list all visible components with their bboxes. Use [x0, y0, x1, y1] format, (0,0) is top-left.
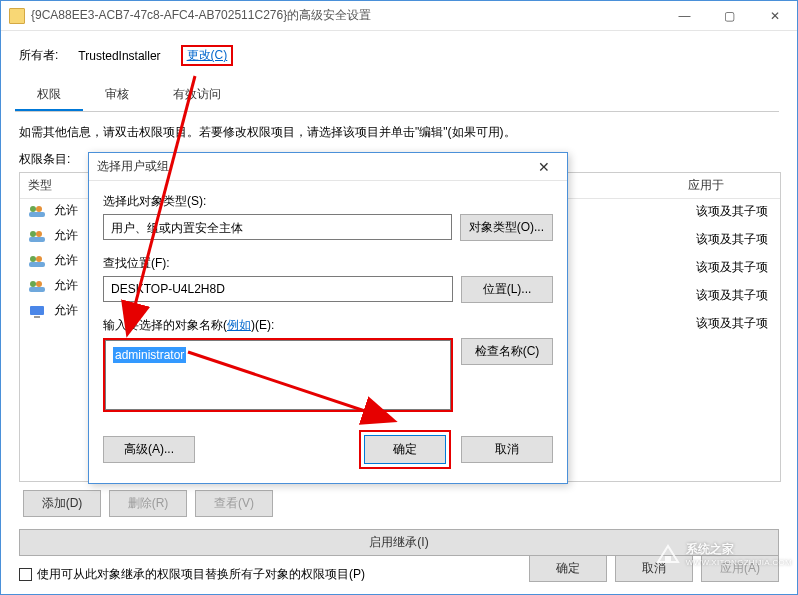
locations-button[interactable]: 位置(L)... [461, 276, 553, 303]
remove-button[interactable]: 删除(R) [109, 490, 187, 517]
window-title: {9CA88EE3-ACB7-47c8-AFC4-AB702511C276}的高… [31, 7, 662, 24]
dialog-cancel-button[interactable]: 取消 [461, 436, 553, 463]
svg-point-6 [30, 256, 36, 262]
object-types-button[interactable]: 对象类型(O)... [460, 214, 553, 241]
tab-audit[interactable]: 审核 [83, 80, 151, 111]
name-label-post: )(E): [251, 318, 274, 332]
view-button[interactable]: 查看(V) [195, 490, 273, 517]
owner-row: 所有者: TrustedInstaller 更改(C) [19, 45, 779, 66]
svg-point-4 [36, 231, 42, 237]
object-name-input[interactable]: administrator [105, 340, 451, 410]
row-type: 允许 [54, 227, 78, 244]
entry-buttons: 添加(D) 删除(R) 查看(V) [23, 490, 779, 517]
svg-rect-12 [30, 306, 44, 315]
object-type-input[interactable]: 用户、组或内置安全主体 [103, 214, 452, 240]
col-apply[interactable]: 应用于 [680, 173, 780, 198]
highlight-name-input: administrator [103, 338, 453, 412]
row-apply: 该项及其子项 [696, 226, 768, 254]
examples-link[interactable]: 例如 [227, 318, 251, 332]
minimize-button[interactable]: ― [662, 1, 707, 31]
object-type-label: 选择此对象类型(S): [103, 193, 553, 210]
dialog-title: 选择用户或组 [97, 158, 529, 175]
watermark: 系统之家 WWW.XITONGZHIJIA.COM [654, 541, 792, 567]
check-names-button[interactable]: 检查名称(C) [461, 338, 553, 365]
maximize-button[interactable]: ▢ [707, 1, 752, 31]
svg-point-9 [30, 281, 36, 287]
svg-rect-2 [29, 212, 45, 217]
row-apply: 该项及其子项 [696, 254, 768, 282]
location-input[interactable]: DESKTOP-U4L2H8D [103, 276, 453, 302]
dialog-body: 选择此对象类型(S): 用户、组或内置安全主体 对象类型(O)... 查找位置(… [89, 181, 567, 483]
users-icon [28, 204, 46, 218]
owner-value: TrustedInstaller [78, 49, 160, 63]
window-buttons: ― ▢ ✕ [662, 1, 797, 31]
row-apply: 该项及其子项 [696, 198, 768, 226]
watermark-logo-icon [654, 542, 682, 566]
hint-text: 如需其他信息，请双击权限项目。若要修改权限项目，请选择该项目并单击"编辑"(如果… [19, 124, 779, 141]
watermark-url: WWW.XITONGZHIJIA.COM [686, 558, 792, 567]
replace-children-checkbox[interactable] [19, 568, 32, 581]
dialog-titlebar: 选择用户或组 ✕ [89, 153, 567, 181]
dialog-ok-button[interactable]: 确定 [364, 435, 446, 464]
row-apply: 该项及其子项 [696, 282, 768, 310]
object-name-value: administrator [113, 347, 186, 363]
row-type: 允许 [54, 277, 78, 294]
svg-point-1 [36, 206, 42, 212]
object-type-row: 用户、组或内置安全主体 对象类型(O)... [103, 214, 553, 241]
row-apply: 该项及其子项 [696, 310, 768, 338]
object-name-label: 输入要选择的对象名称(例如)(E): [103, 317, 553, 334]
titlebar: {9CA88EE3-ACB7-47c8-AFC4-AB702511C276}的高… [1, 1, 797, 31]
location-row: DESKTOP-U4L2H8D 位置(L)... [103, 276, 553, 303]
close-button[interactable]: ✕ [752, 1, 797, 31]
tabs: 权限 审核 有效访问 [15, 80, 779, 112]
svg-point-7 [36, 256, 42, 262]
row-type: 允许 [54, 302, 78, 319]
svg-point-10 [36, 281, 42, 287]
watermark-text: 系统之家 WWW.XITONGZHIJIA.COM [686, 541, 792, 567]
monitor-icon [28, 304, 46, 318]
highlight-change-link: 更改(C) [181, 45, 234, 66]
change-owner-link[interactable]: 更改(C) [183, 46, 232, 64]
highlight-ok-button: 确定 [359, 430, 451, 469]
row-type: 允许 [54, 252, 78, 269]
svg-point-3 [30, 231, 36, 237]
svg-rect-8 [29, 262, 45, 267]
users-icon [28, 229, 46, 243]
folder-icon [9, 8, 25, 24]
svg-rect-11 [29, 287, 45, 292]
tab-effective[interactable]: 有效访问 [151, 80, 243, 111]
users-icon [28, 254, 46, 268]
object-name-row: administrator 检查名称(C) [103, 338, 553, 412]
select-user-dialog: 选择用户或组 ✕ 选择此对象类型(S): 用户、组或内置安全主体 对象类型(O)… [88, 152, 568, 484]
ok-button[interactable]: 确定 [529, 555, 607, 582]
add-button[interactable]: 添加(D) [23, 490, 101, 517]
svg-rect-5 [29, 237, 45, 242]
tab-permissions[interactable]: 权限 [15, 80, 83, 111]
row-type: 允许 [54, 202, 78, 219]
dialog-footer: 高级(A)... 确定 取消 [103, 430, 553, 469]
svg-point-0 [30, 206, 36, 212]
name-label-pre: 输入要选择的对象名称( [103, 318, 227, 332]
replace-children-label: 使用可从此对象继承的权限项目替换所有子对象的权限项目(P) [37, 566, 365, 583]
dialog-close-button[interactable]: ✕ [529, 159, 559, 175]
svg-rect-13 [34, 316, 40, 318]
watermark-title: 系统之家 [686, 541, 792, 558]
advanced-button[interactable]: 高级(A)... [103, 436, 195, 463]
svg-rect-14 [665, 556, 671, 562]
location-label: 查找位置(F): [103, 255, 553, 272]
owner-label: 所有者: [19, 47, 58, 64]
users-icon [28, 279, 46, 293]
apply-column-values: 该项及其子项 该项及其子项 该项及其子项 该项及其子项 该项及其子项 [696, 198, 768, 338]
